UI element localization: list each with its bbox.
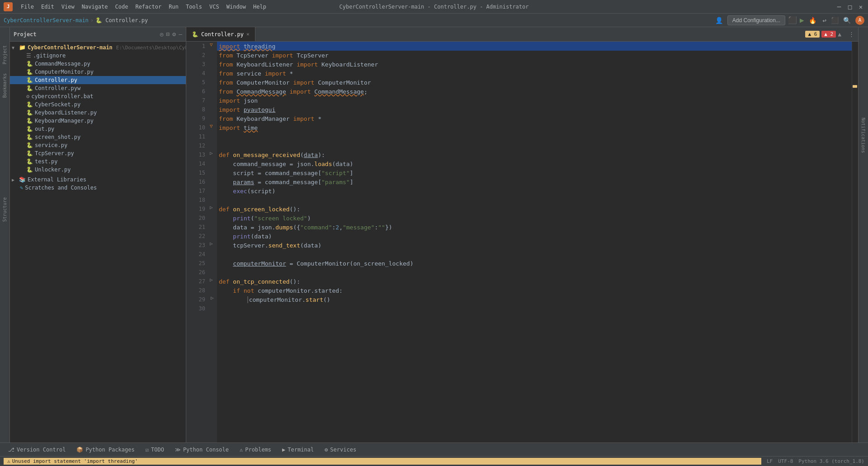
sidebar-bookmarks-label[interactable]: Bookmarks <box>2 73 7 98</box>
code-line-8[interactable]: import pyautogui <box>217 105 852 114</box>
sidebar-structure-label[interactable]: Structure <box>2 197 7 222</box>
search-button[interactable]: 🔍 <box>841 16 853 25</box>
bottom-tab-python-packages[interactable]: 📦 Python Packages <box>72 445 139 454</box>
code-line-26[interactable] <box>217 268 852 277</box>
revert-button[interactable]: ↩ <box>821 16 828 25</box>
fold-icon-29[interactable]: ▷ <box>211 295 214 301</box>
code-text-panel[interactable]: import threading from TcpServer import T… <box>217 42 852 442</box>
hide-icon[interactable]: — <box>179 31 182 38</box>
code-line-25[interactable]: computerMonitor = ComputerMonitor(on_scr… <box>217 259 852 268</box>
status-line-sep[interactable]: LF <box>767 458 773 464</box>
code-line-24[interactable] <box>217 250 852 259</box>
notifications-label[interactable]: Notifications <box>861 118 866 153</box>
breadcrumb-project[interactable]: CyberControllerServer-main <box>4 17 89 24</box>
fold-icon-23[interactable]: ▷ <box>210 241 213 247</box>
tree-item-scratches[interactable]: ✎ Scratches and Consoles <box>10 184 186 192</box>
bottom-tab-python-console[interactable]: ≫ Python Console <box>170 445 233 454</box>
code-line-28[interactable]: if not computerMonitor.started: <box>217 286 852 295</box>
status-encoding[interactable]: UTF-8 <box>778 458 793 464</box>
bottom-tab-version-control[interactable]: ⎇ Version Control <box>4 445 70 454</box>
menu-view[interactable]: View <box>59 3 77 11</box>
bottom-tab-services[interactable]: ⚙ Services <box>320 445 361 454</box>
expand-icon[interactable]: ▲ <box>838 31 841 38</box>
code-line-20[interactable]: print("screen locked") <box>217 214 852 223</box>
tree-item-tcpserver[interactable]: 🐍 TcpServer.py <box>10 149 186 157</box>
fold-icon-27[interactable]: ▷ <box>210 277 213 283</box>
status-python-version[interactable]: Python 3.6 (torch_1.8) <box>798 458 864 464</box>
settings-icon[interactable]: ⚙ <box>172 31 176 38</box>
tree-item-commandmessage[interactable]: 🐍 CommandMessage.py <box>10 60 186 68</box>
bottom-tab-todo[interactable]: ☑ TODO <box>141 445 169 454</box>
code-line-23[interactable]: tcpServer.send_text(data) <box>217 241 852 250</box>
bottom-tab-problems[interactable]: ⚠ Problems <box>235 445 276 454</box>
menu-file[interactable]: File <box>18 3 37 11</box>
code-line-21[interactable]: data = json.dumps({"command":2,"message"… <box>217 223 852 232</box>
code-line-4[interactable]: from service import * <box>217 69 852 78</box>
tree-item-cybersocket[interactable]: 🐍 CyberSocket.py <box>10 100 186 109</box>
fold-icon-19[interactable]: ▷ <box>210 204 213 210</box>
tree-item-bat[interactable]: ⚙ cybercontroller.bat <box>10 92 186 100</box>
profile-icon[interactable]: 👤 <box>713 16 725 25</box>
tree-item-controllerpyw[interactable]: 🐍 Controller.pyw <box>10 84 186 92</box>
code-line-2[interactable]: from TcpServer import TcpServer <box>217 51 852 60</box>
tree-item-screenshot[interactable]: 🐍 screen_shot.py <box>10 133 186 141</box>
code-line-7[interactable]: import json <box>217 96 852 105</box>
tree-item-unlocker[interactable]: 🐍 Unlocker.py <box>10 166 186 174</box>
tree-item-service[interactable]: 🐍 service.py <box>10 141 186 149</box>
menu-code[interactable]: Code <box>113 3 131 11</box>
menu-vcs[interactable]: VCS <box>207 3 222 11</box>
tree-item-out[interactable]: 🐍 out.py <box>10 125 186 133</box>
code-line-22[interactable]: print(data) <box>217 232 852 241</box>
menu-tools[interactable]: Tools <box>183 3 205 11</box>
collapse-icon[interactable]: ⊟ <box>166 31 170 38</box>
run-button[interactable]: ▶ <box>800 16 804 24</box>
menu-navigate[interactable]: Navigate <box>79 3 111 11</box>
tab-menu-button[interactable]: ⋮ <box>845 31 858 38</box>
tree-item-gitignore[interactable]: ☰ .gitignore <box>10 52 186 60</box>
code-line-19[interactable]: def on_screen_locked(): <box>217 204 852 214</box>
code-line-11[interactable] <box>217 132 852 141</box>
menu-edit[interactable]: Edit <box>38 3 57 11</box>
code-line-9[interactable]: from KeyboardManager import * <box>217 114 852 123</box>
fold-icon-1[interactable]: ▽ <box>210 42 213 48</box>
code-line-5[interactable]: from ComputerMonitor import ComputerMoni… <box>217 78 852 87</box>
coverage-button[interactable]: 🔥 <box>807 16 818 25</box>
maximize-button[interactable]: □ <box>846 3 854 10</box>
tab-close-icon[interactable]: ✕ <box>246 31 250 37</box>
minimize-button[interactable]: ─ <box>835 3 843 10</box>
code-line-18[interactable] <box>217 195 852 204</box>
code-line-13[interactable]: def on_message_received(data): <box>217 150 852 159</box>
code-line-1[interactable]: import threading <box>217 42 852 51</box>
tree-item-computermonitor[interactable]: 🐍 ComputerMonitor.py <box>10 68 186 76</box>
fold-icon-10[interactable]: ▽ <box>210 123 213 129</box>
stop-all-button[interactable]: ⬛ <box>788 16 797 24</box>
code-line-12[interactable] <box>217 141 852 150</box>
code-line-29[interactable]: computerMonitor.start() <box>217 295 852 304</box>
tree-item-keyboardlistener[interactable]: 🐍 KeyboardListener.py <box>10 109 186 117</box>
avatar-icon[interactable]: A <box>855 16 864 25</box>
code-line-10[interactable]: import time <box>217 123 852 132</box>
close-button[interactable]: ✕ <box>857 3 864 10</box>
tree-item-external-libs[interactable]: ▶ 📚 External Libraries <box>10 176 186 184</box>
tree-item-keyboardmanager[interactable]: 🐍 KeyboardManager.py <box>10 117 186 125</box>
code-line-3[interactable]: from KeyboardListener import KeyboardLis… <box>217 60 852 69</box>
tree-item-controller[interactable]: 🐍 Controller.py <box>10 76 186 84</box>
sidebar-project-label[interactable]: Project <box>2 45 7 64</box>
code-line-30[interactable] <box>217 304 852 313</box>
stop-button[interactable]: ⬛ <box>831 17 839 24</box>
fold-icon-13[interactable]: ▷ <box>210 150 213 156</box>
menu-help[interactable]: Help <box>250 3 269 11</box>
bottom-tab-terminal[interactable]: ▶ Terminal <box>278 445 318 454</box>
code-line-15[interactable]: script = command_message["script"] <box>217 168 852 177</box>
menu-window[interactable]: Window <box>224 3 249 11</box>
add-config-button[interactable]: Add Configuration... <box>727 15 785 25</box>
code-line-6[interactable]: from CommandMessage import CommandMessag… <box>217 87 852 96</box>
editor-scrollbar[interactable] <box>852 42 858 442</box>
scope-icon[interactable]: ◎ <box>160 31 164 38</box>
code-line-14[interactable]: command_message = json.loads(data) <box>217 159 852 168</box>
code-line-17[interactable]: exec(script) <box>217 186 852 195</box>
tree-item-test[interactable]: 🐍 test.py <box>10 157 186 166</box>
tree-root-item[interactable]: ▼ 📁 CyberControllerServer-main E:\Docume… <box>10 43 186 52</box>
menu-refactor[interactable]: Refactor <box>132 3 164 11</box>
tab-controller[interactable]: 🐍 Controller.py ✕ <box>186 27 255 41</box>
